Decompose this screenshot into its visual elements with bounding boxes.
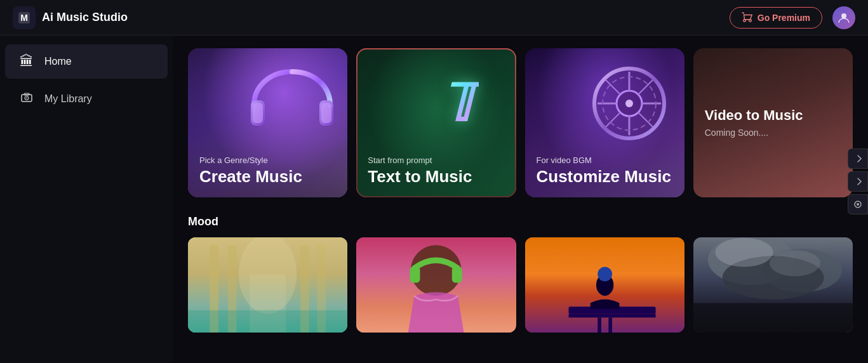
coming-soon-text: Coming Soon....	[705, 128, 803, 138]
headphones-illustration	[244, 56, 340, 151]
mood-card-dark[interactable]	[693, 237, 853, 333]
svg-rect-48	[693, 303, 853, 333]
text-music-subtitle: Start from prompt	[368, 155, 504, 165]
svg-rect-39	[608, 317, 612, 333]
svg-point-5	[26, 98, 27, 99]
user-avatar[interactable]	[832, 6, 855, 29]
video-music-content: Video to Music Coming Soon....	[705, 108, 803, 137]
svg-rect-30	[188, 310, 347, 333]
header-right: Go Premium	[730, 6, 855, 29]
svg-rect-34	[452, 267, 462, 282]
svg-rect-9	[253, 103, 263, 123]
app-title: Ai Music Studio	[42, 11, 128, 24]
right-btn-3[interactable]	[848, 194, 868, 214]
right-side-buttons	[848, 148, 868, 214]
go-premium-button[interactable]: Go Premium	[730, 7, 822, 29]
text-music-content: Start from prompt Text to Music	[368, 155, 504, 186]
main-content: Pick a Genre/Style Create Music 𝕋 Start …	[173, 36, 868, 363]
sidebar-item-my-library[interactable]: My Library	[5, 81, 168, 117]
mood-happy-visual	[356, 237, 516, 333]
premium-label: Go Premium	[758, 13, 810, 23]
sidebar-item-home[interactable]: 🏛 Home	[5, 44, 168, 79]
svg-point-50	[857, 203, 859, 206]
svg-point-47	[770, 250, 820, 276]
customize-music-content: For video BGM Customize Music	[537, 155, 673, 186]
mood-card-classical[interactable]	[188, 237, 347, 333]
cart-icon	[742, 12, 753, 23]
mood-card-happy[interactable]	[356, 237, 516, 333]
customize-music-card[interactable]: For video BGM Customize Music	[525, 48, 684, 197]
svg-point-46	[715, 238, 773, 267]
svg-point-13	[625, 100, 633, 107]
svg-rect-33	[410, 267, 420, 282]
home-icon: 🏛	[18, 53, 36, 70]
mood-card-melancholy[interactable]	[525, 237, 684, 333]
crystal-t-illustration: 𝕋	[413, 56, 509, 151]
create-music-content: Pick a Genre/Style Create Music	[199, 155, 336, 186]
mood-cards-row	[188, 237, 853, 333]
svg-rect-37	[568, 314, 655, 318]
create-music-title: Create Music	[199, 168, 336, 186]
sidebar: 🏛 Home My Library	[0, 36, 173, 363]
app-logo: M	[13, 6, 36, 29]
crystal-t-icon: 𝕋	[443, 74, 479, 133]
mood-section: Mood	[188, 215, 853, 333]
reel-illustration	[582, 56, 677, 151]
main-layout: 🏛 Home My Library	[0, 36, 868, 363]
svg-point-41	[598, 267, 612, 281]
feature-cards-row: Pick a Genre/Style Create Music 𝕋 Start …	[188, 48, 853, 197]
right-btn-1[interactable]	[848, 148, 868, 169]
mood-melancholy-visual	[525, 237, 684, 333]
video-music-title: Video to Music	[705, 108, 803, 123]
header-left: M Ai Music Studio	[13, 6, 128, 29]
customize-music-subtitle: For video BGM	[537, 155, 673, 165]
sidebar-home-label: Home	[44, 56, 72, 67]
svg-rect-10	[321, 103, 331, 123]
text-to-music-card[interactable]: 𝕋 Start from prompt Text to Music	[356, 48, 516, 197]
svg-rect-38	[598, 317, 601, 333]
create-music-card[interactable]: Pick a Genre/Style Create Music	[188, 48, 347, 197]
right-btn-2[interactable]	[848, 171, 868, 192]
svg-text:M: M	[20, 13, 28, 23]
mood-section-title: Mood	[188, 215, 853, 228]
mood-dark-visual	[693, 237, 853, 333]
text-music-title: Text to Music	[368, 168, 504, 186]
video-to-music-card[interactable]: Video to Music Coming Soon....	[693, 48, 853, 197]
mood-classical-visual	[188, 237, 347, 333]
svg-point-2	[841, 13, 846, 18]
library-icon	[18, 90, 36, 108]
sidebar-library-label: My Library	[44, 93, 92, 105]
app-header: M Ai Music Studio Go Premium	[0, 0, 868, 36]
customize-music-title: Customize Music	[537, 168, 673, 186]
create-music-subtitle: Pick a Genre/Style	[199, 155, 336, 165]
